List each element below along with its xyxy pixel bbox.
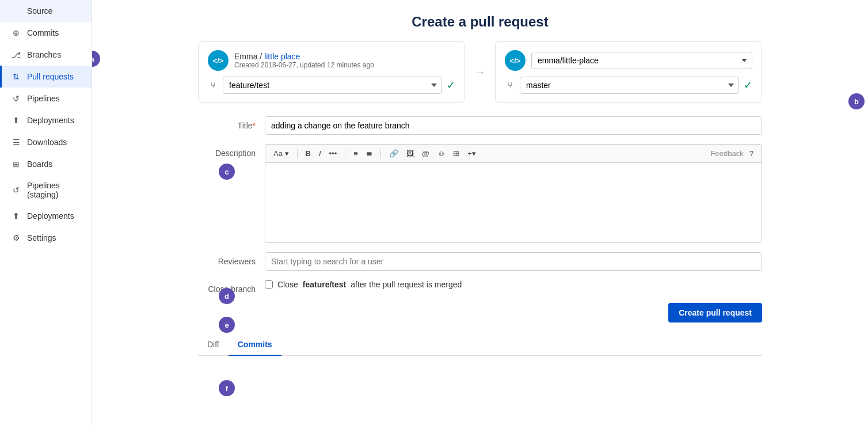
sidebar-icon-boards: ⊞ bbox=[11, 159, 21, 169]
create-btn-row: Create pull request bbox=[198, 303, 762, 322]
main-content: Create a pull request </> Emma / little … bbox=[92, 0, 868, 425]
sidebar-item-source[interactable]: Source bbox=[0, 0, 92, 22]
dest-branch-check-icon: ✓ bbox=[744, 79, 752, 92]
sidebar-item-deployments[interactable]: ⬆ Deployments bbox=[0, 109, 92, 131]
tab-diff[interactable]: Diff bbox=[198, 334, 229, 356]
toolbar-help-btn[interactable]: ? bbox=[747, 148, 756, 159]
sidebar-item-pipelines[interactable]: ↺ Pipelines bbox=[0, 88, 92, 109]
toolbar-sep-3 bbox=[380, 149, 381, 158]
pr-form: </> Emma / little place Created 2018-06-… bbox=[198, 41, 762, 356]
close-branch-field: Close feature/test after the pull reques… bbox=[265, 280, 762, 289]
sidebar: Source ⊕ Commits ⎇ Branches ⇅ Pull reque… bbox=[0, 0, 92, 425]
create-pull-request-button[interactable]: Create pull request bbox=[668, 303, 762, 322]
dest-repo-select[interactable]: emma/little-place bbox=[531, 52, 752, 69]
sidebar-item-downloads[interactable]: ☰ Downloads bbox=[0, 131, 92, 153]
toolbar-mention-btn[interactable]: @ bbox=[420, 148, 432, 159]
sidebar-item-pipelines-staging[interactable]: ↺ Pipelines (staging) bbox=[0, 175, 92, 205]
sidebar-icon-source bbox=[11, 6, 21, 16]
reviewers-row: Reviewers bbox=[198, 252, 762, 271]
sidebar-icon-pipelines-staging: ↺ bbox=[11, 185, 21, 195]
reviewers-field-wrapper bbox=[265, 252, 762, 271]
description-editor[interactable] bbox=[265, 162, 762, 243]
sidebar-label-boards: Boards bbox=[27, 160, 52, 169]
sidebar-item-pull-requests[interactable]: ⇅ Pull requests bbox=[0, 66, 92, 88]
toolbar-image-btn[interactable]: 🖼 bbox=[404, 148, 416, 159]
toolbar-add-btn[interactable]: +▾ bbox=[465, 148, 478, 159]
toolbar-sep-2 bbox=[345, 149, 345, 158]
sidebar-item-deployments2[interactable]: ⬆ Deployments bbox=[0, 205, 92, 227]
description-field-wrapper: Aa ▾ B I ••• ≡ ≣ 🔗 🖼 @ ☺ ⊞ +▾ Feedback bbox=[265, 144, 762, 243]
branch-arrow-icon: → bbox=[474, 66, 486, 79]
toolbar-table-btn[interactable]: ⊞ bbox=[451, 148, 462, 159]
annotation-c: c bbox=[219, 164, 235, 180]
sidebar-icon-deployments2: ⬆ bbox=[11, 211, 21, 221]
reviewers-label: Reviewers bbox=[198, 252, 256, 266]
sidebar-label-branches: Branches bbox=[27, 50, 61, 59]
toolbar-ul-btn[interactable]: ≡ bbox=[351, 148, 360, 159]
toolbar-feedback-text: Feedback bbox=[711, 149, 744, 158]
annotation-d: d bbox=[219, 288, 235, 304]
tabs-row: Diff Commits bbox=[198, 334, 762, 356]
toolbar-bold-btn[interactable]: B bbox=[303, 148, 313, 159]
sidebar-icon-settings: ⚙ bbox=[11, 233, 21, 243]
source-branch-check-icon: ✓ bbox=[447, 79, 455, 92]
source-repo-name: Emma / little place bbox=[234, 52, 374, 61]
dest-branch-select[interactable]: master bbox=[520, 77, 739, 94]
dest-repo-avatar: </> bbox=[505, 50, 526, 71]
sidebar-label-pipelines: Pipelines bbox=[27, 94, 60, 103]
editor-toolbar: Aa ▾ B I ••• ≡ ≣ 🔗 🖼 @ ☺ ⊞ +▾ Feedback bbox=[265, 144, 762, 162]
title-required: * bbox=[253, 121, 256, 130]
sidebar-label-settings: Settings bbox=[27, 233, 56, 242]
sidebar-item-boards[interactable]: ⊞ Boards bbox=[0, 153, 92, 175]
close-branch-bold: feature/test bbox=[303, 280, 346, 289]
dest-avatar-text: </> bbox=[510, 56, 521, 65]
source-branch-select[interactable]: feature/test bbox=[223, 77, 442, 94]
sidebar-label-downloads: Downloads bbox=[27, 138, 67, 147]
branch-icon-dest: ⑂ bbox=[505, 80, 515, 90]
toolbar-emoji-btn[interactable]: ☺ bbox=[435, 148, 447, 159]
toolbar-more-btn[interactable]: ••• bbox=[327, 148, 340, 159]
sidebar-label-source: Source bbox=[27, 6, 52, 16]
title-row: Title* bbox=[198, 116, 762, 135]
reviewers-input[interactable] bbox=[265, 252, 762, 271]
toolbar-sep-1 bbox=[297, 149, 298, 158]
source-repo-meta: Created 2018-06-27, updated 12 minutes a… bbox=[234, 61, 374, 69]
sidebar-icon-branches: ⎇ bbox=[11, 50, 21, 60]
sidebar-label-deployments2: Deployments bbox=[27, 211, 74, 221]
source-repo-card: </> Emma / little place Created 2018-06-… bbox=[198, 41, 465, 103]
close-branch-suffix: after the pull request is merged bbox=[351, 280, 462, 289]
toolbar-link-btn[interactable]: 🔗 bbox=[387, 148, 401, 159]
toolbar-font-btn[interactable]: Aa ▾ bbox=[271, 148, 291, 159]
branch-selection-row: </> Emma / little place Created 2018-06-… bbox=[198, 41, 762, 103]
source-avatar-text: </> bbox=[213, 56, 224, 65]
annotation-e: e bbox=[219, 317, 235, 333]
annotation-a: a bbox=[92, 51, 100, 67]
sidebar-item-settings[interactable]: ⚙ Settings bbox=[0, 227, 92, 249]
sidebar-item-commits[interactable]: ⊕ Commits bbox=[0, 22, 92, 44]
close-branch-checkbox[interactable] bbox=[265, 280, 273, 289]
title-input[interactable] bbox=[265, 116, 762, 135]
description-row: Description Aa ▾ B I ••• ≡ ≣ 🔗 🖼 @ ☺ ⊞ bbox=[198, 144, 762, 243]
toolbar-ol-btn[interactable]: ≣ bbox=[364, 148, 375, 159]
sidebar-label-pipelines-staging: Pipelines (staging) bbox=[27, 181, 82, 199]
title-field-wrapper bbox=[265, 116, 762, 135]
title-label: Title* bbox=[198, 116, 256, 130]
source-repo-link[interactable]: little place bbox=[264, 52, 300, 61]
sidebar-label-pull-requests: Pull requests bbox=[27, 72, 74, 81]
annotation-b: b bbox=[848, 93, 865, 109]
sidebar-item-branches[interactable]: ⎇ Branches bbox=[0, 44, 92, 66]
branch-icon-source: ⑂ bbox=[208, 80, 218, 90]
annotation-f: f bbox=[219, 380, 235, 396]
close-branch-text: Close bbox=[277, 280, 298, 289]
page-title: Create a pull request bbox=[111, 14, 850, 30]
sidebar-label-commits: Commits bbox=[27, 28, 59, 37]
description-label: Description bbox=[198, 144, 256, 158]
sidebar-icon-deployments: ⬆ bbox=[11, 115, 21, 126]
toolbar-italic-btn[interactable]: I bbox=[317, 148, 323, 159]
sidebar-icon-pull-requests: ⇅ bbox=[11, 71, 21, 82]
source-owner: Emma bbox=[234, 52, 257, 61]
sidebar-icon-pipelines: ↺ bbox=[11, 93, 21, 104]
source-repo-avatar: </> bbox=[208, 50, 229, 71]
dest-repo-card: </> emma/little-place ⑂ master ✓ bbox=[495, 41, 762, 103]
tab-commits[interactable]: Commits bbox=[229, 334, 281, 356]
